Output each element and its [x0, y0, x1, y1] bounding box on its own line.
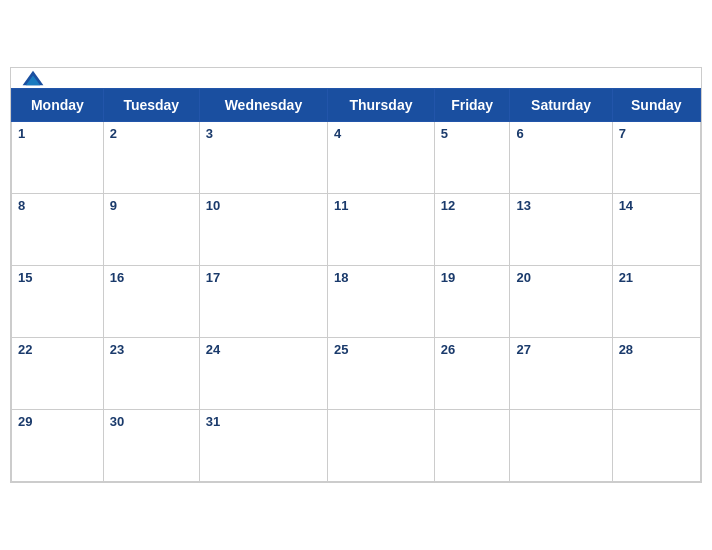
calendar-cell: 22: [12, 338, 104, 410]
calendar: MondayTuesdayWednesdayThursdayFridaySatu…: [10, 67, 702, 483]
day-number: 25: [334, 342, 348, 357]
weekday-header-thursday: Thursday: [328, 89, 435, 122]
week-row-4: 22232425262728: [12, 338, 701, 410]
calendar-cell: 25: [328, 338, 435, 410]
calendar-cell: 13: [510, 194, 612, 266]
calendar-cell: 8: [12, 194, 104, 266]
day-number: 20: [516, 270, 530, 285]
calendar-cell: 24: [199, 338, 327, 410]
day-number: 23: [110, 342, 124, 357]
calendar-cell: 23: [103, 338, 199, 410]
weekday-header-saturday: Saturday: [510, 89, 612, 122]
calendar-cell: 12: [434, 194, 510, 266]
week-row-5: 293031: [12, 410, 701, 482]
calendar-cell: 15: [12, 266, 104, 338]
day-number: 4: [334, 126, 341, 141]
day-number: 21: [619, 270, 633, 285]
calendar-cell: [612, 410, 700, 482]
calendar-cell: 30: [103, 410, 199, 482]
calendar-cell: 5: [434, 122, 510, 194]
day-number: 29: [18, 414, 32, 429]
weekday-header-friday: Friday: [434, 89, 510, 122]
logo-icon: [21, 69, 45, 87]
calendar-cell: [434, 410, 510, 482]
week-row-1: 1234567: [12, 122, 701, 194]
day-number: 24: [206, 342, 220, 357]
day-number: 6: [516, 126, 523, 141]
weekday-header-row: MondayTuesdayWednesdayThursdayFridaySatu…: [12, 89, 701, 122]
day-number: 11: [334, 198, 348, 213]
weekday-header-tuesday: Tuesday: [103, 89, 199, 122]
day-number: 26: [441, 342, 455, 357]
day-number: 13: [516, 198, 530, 213]
calendar-cell: 16: [103, 266, 199, 338]
calendar-cell: 9: [103, 194, 199, 266]
calendar-cell: 18: [328, 266, 435, 338]
day-number: 14: [619, 198, 633, 213]
calendar-cell: 21: [612, 266, 700, 338]
calendar-cell: 3: [199, 122, 327, 194]
weekday-header-monday: Monday: [12, 89, 104, 122]
calendar-cell: 7: [612, 122, 700, 194]
day-number: 27: [516, 342, 530, 357]
calendar-cell: 17: [199, 266, 327, 338]
weekday-header-wednesday: Wednesday: [199, 89, 327, 122]
calendar-cell: 19: [434, 266, 510, 338]
calendar-cell: 29: [12, 410, 104, 482]
day-number: 30: [110, 414, 124, 429]
calendar-cell: 31: [199, 410, 327, 482]
day-number: 10: [206, 198, 220, 213]
day-number: 18: [334, 270, 348, 285]
day-number: 17: [206, 270, 220, 285]
calendar-cell: 20: [510, 266, 612, 338]
calendar-cell: 10: [199, 194, 327, 266]
day-number: 5: [441, 126, 448, 141]
calendar-cell: 2: [103, 122, 199, 194]
calendar-cell: [328, 410, 435, 482]
day-number: 28: [619, 342, 633, 357]
day-number: 16: [110, 270, 124, 285]
day-number: 2: [110, 126, 117, 141]
calendar-table: MondayTuesdayWednesdayThursdayFridaySatu…: [11, 88, 701, 482]
calendar-cell: [510, 410, 612, 482]
day-number: 12: [441, 198, 455, 213]
day-number: 7: [619, 126, 626, 141]
day-number: 22: [18, 342, 32, 357]
calendar-cell: 1: [12, 122, 104, 194]
day-number: 8: [18, 198, 25, 213]
calendar-cell: 6: [510, 122, 612, 194]
week-row-2: 891011121314: [12, 194, 701, 266]
day-number: 19: [441, 270, 455, 285]
day-number: 1: [18, 126, 25, 141]
calendar-cell: 14: [612, 194, 700, 266]
week-row-3: 15161718192021: [12, 266, 701, 338]
calendar-cell: 28: [612, 338, 700, 410]
day-number: 15: [18, 270, 32, 285]
logo: [21, 69, 45, 87]
day-number: 9: [110, 198, 117, 213]
calendar-header: [11, 68, 701, 88]
day-number: 3: [206, 126, 213, 141]
weekday-header-sunday: Sunday: [612, 89, 700, 122]
calendar-cell: 11: [328, 194, 435, 266]
calendar-cell: 27: [510, 338, 612, 410]
calendar-cell: 4: [328, 122, 435, 194]
calendar-cell: 26: [434, 338, 510, 410]
day-number: 31: [206, 414, 220, 429]
